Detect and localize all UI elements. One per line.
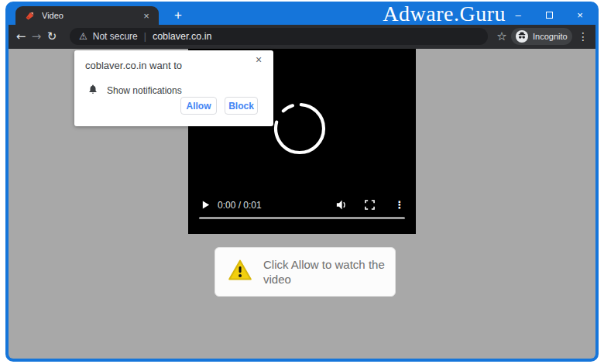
url-text[interactable]: coblaver.co.in (153, 31, 211, 42)
back-button[interactable]: ← (13, 27, 29, 46)
tab-title: Video (42, 11, 140, 20)
notification-permission-dialog: coblaver.co.in want to × Show notificati… (74, 50, 273, 126)
window-controls: – × (503, 5, 595, 25)
warning-triangle-icon (228, 258, 252, 283)
video-time: 0:00 / 0:01 (218, 200, 262, 211)
titlebar: Video × + Adware.Guru – × (9, 5, 595, 25)
message-text: Click Allow to watch the video (263, 257, 390, 287)
address-bar[interactable]: ⚠ Not secure | coblaver.co.in (70, 28, 488, 45)
tab-close-icon[interactable]: × (140, 9, 153, 22)
video-menu-icon[interactable]: ⋮ (392, 197, 407, 212)
allow-button[interactable]: Allow (180, 97, 217, 115)
new-tab-button[interactable]: + (169, 6, 187, 25)
browser-menu-icon[interactable]: ⋮ (576, 27, 590, 46)
reload-button[interactable]: ↻ (44, 27, 60, 46)
site-favicon-icon (25, 11, 35, 21)
dialog-close-icon[interactable]: × (252, 53, 266, 67)
block-button[interactable]: Block (225, 97, 258, 115)
minimize-button[interactable]: – (503, 5, 534, 25)
click-allow-message-box: Click Allow to watch the video (214, 247, 396, 297)
volume-button[interactable] (333, 197, 348, 212)
page-content: 0:00 / 0:01 ⋮ coblaver.co.in want (9, 49, 595, 359)
omnibox-divider: | (144, 31, 146, 42)
notification-request-label: Show notifications (107, 85, 182, 96)
fullscreen-button[interactable] (362, 197, 377, 212)
bell-icon (88, 84, 98, 94)
not-secure-warning-icon: ⚠ (79, 31, 88, 42)
maximize-icon (546, 12, 553, 19)
dialog-title: coblaver.co.in want to (85, 60, 182, 71)
forward-button[interactable]: → (29, 27, 44, 46)
bookmark-star-icon[interactable]: ☆ (493, 27, 510, 46)
play-button[interactable] (197, 197, 213, 212)
maximize-button[interactable] (534, 5, 565, 25)
video-progress-bar[interactable] (199, 217, 405, 219)
screenshot-root: Video × + Adware.Guru – × ← → ↻ ⚠ Not se… (0, 0, 604, 364)
security-label[interactable]: Not secure (93, 31, 138, 42)
incognito-badge: Incognito (511, 28, 572, 45)
loading-spinner-icon (273, 102, 326, 155)
incognito-label: Incognito (533, 32, 568, 41)
browser-window: Video × + Adware.Guru – × ← → ↻ ⚠ Not se… (5, 2, 599, 362)
incognito-icon (516, 30, 528, 43)
watermark-text: Adware.Guru (383, 2, 506, 26)
close-window-button[interactable]: × (565, 5, 595, 25)
navigation-bar: ← → ↻ ⚠ Not secure | coblaver.co.in ☆ (9, 25, 595, 49)
browser-tab-video[interactable]: Video × (15, 6, 159, 25)
